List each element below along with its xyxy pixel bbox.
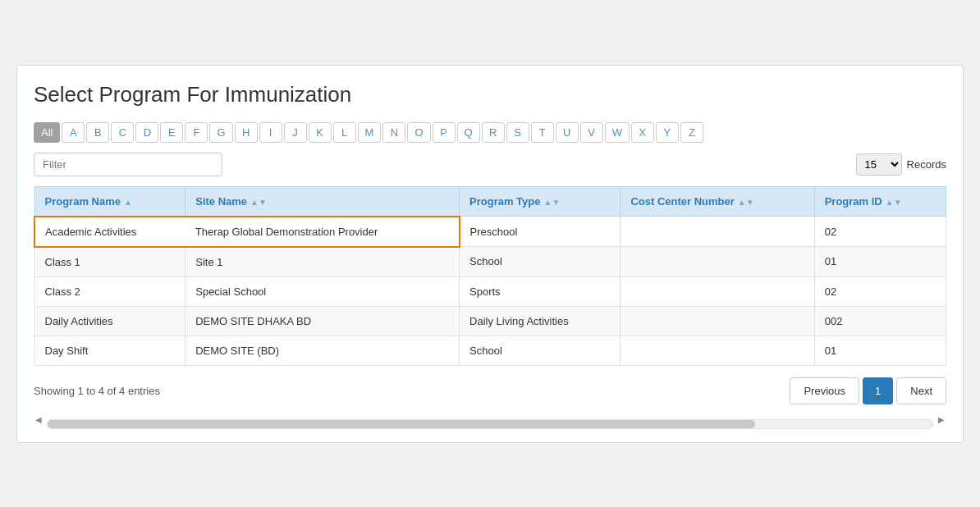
cell-cost_center_number-3 bbox=[621, 306, 814, 336]
cell-program_type-3: Daily Living Activities bbox=[460, 306, 621, 336]
header-program_name[interactable]: Program Name▲ bbox=[34, 186, 185, 217]
cell-program_type-0: Preschool bbox=[460, 217, 621, 247]
table-row[interactable]: Class 1Site 1School01 bbox=[34, 247, 946, 277]
alpha-btn-i[interactable]: I bbox=[259, 122, 282, 143]
cell-program_name-2: Class 2 bbox=[34, 276, 185, 306]
pagination: Previous 1 Next bbox=[790, 377, 946, 404]
cell-program_id-4: 01 bbox=[814, 336, 946, 365]
alpha-btn-u[interactable]: U bbox=[556, 122, 579, 143]
alpha-btn-m[interactable]: M bbox=[358, 122, 382, 143]
cell-program_name-1: Class 1 bbox=[34, 247, 185, 277]
alpha-btn-v[interactable]: V bbox=[580, 122, 603, 143]
cell-program_id-0: 02 bbox=[814, 217, 946, 247]
programs-table: Program Name▲Site Name▲▼Program Type▲▼Co… bbox=[34, 186, 946, 366]
header-cost_center_number[interactable]: Cost Center Number▲▼ bbox=[621, 186, 814, 217]
table-header: Program Name▲Site Name▲▼Program Type▲▼Co… bbox=[34, 186, 946, 217]
alpha-btn-h[interactable]: H bbox=[235, 122, 258, 143]
cell-program_id-1: 01 bbox=[814, 247, 946, 277]
alpha-btn-q[interactable]: Q bbox=[457, 122, 480, 143]
sort-both-icon: ▲▼ bbox=[738, 198, 754, 207]
alpha-btn-e[interactable]: E bbox=[160, 122, 183, 143]
alpha-btn-g[interactable]: G bbox=[209, 122, 232, 143]
alpha-btn-t[interactable]: T bbox=[531, 122, 554, 143]
cell-cost_center_number-4 bbox=[621, 336, 814, 365]
alphabet-bar: AllABCDEFGHIJKLMNOPQRSTUVWXYZ bbox=[34, 122, 946, 143]
sort-asc-icon: ▲ bbox=[124, 198, 132, 207]
alpha-btn-l[interactable]: L bbox=[333, 122, 356, 143]
cell-cost_center_number-0 bbox=[621, 217, 814, 247]
cell-site_name-2: Special School bbox=[185, 276, 460, 306]
cell-program_id-2: 02 bbox=[814, 276, 946, 306]
cell-program_id-3: 002 bbox=[814, 306, 946, 336]
cell-site_name-3: DEMO SITE DHAKA BD bbox=[185, 306, 460, 336]
cell-site_name-1: Site 1 bbox=[185, 247, 460, 277]
header-program_id[interactable]: Program ID▲▼ bbox=[814, 186, 946, 217]
alpha-btn-j[interactable]: J bbox=[284, 122, 307, 143]
cell-program_type-1: School bbox=[460, 247, 621, 277]
toolbar: 510152550100 Records bbox=[34, 153, 946, 176]
main-container: Select Program For Immunization AllABCDE… bbox=[16, 65, 964, 443]
table-row[interactable]: Day ShiftDEMO SITE (BD)School01 bbox=[34, 336, 946, 365]
showing-text: Showing 1 to 4 of 4 entries bbox=[34, 385, 160, 397]
previous-button[interactable]: Previous bbox=[790, 377, 859, 404]
cell-site_name-4: DEMO SITE (BD) bbox=[185, 336, 460, 365]
alpha-btn-a[interactable]: A bbox=[62, 122, 85, 143]
alpha-btn-b[interactable]: B bbox=[86, 122, 109, 143]
alpha-btn-s[interactable]: S bbox=[506, 122, 529, 143]
header-site_name[interactable]: Site Name▲▼ bbox=[185, 186, 460, 217]
scroll-right-arrow[interactable]: ▶ bbox=[936, 415, 946, 424]
scrollbar-thumb bbox=[48, 420, 755, 428]
cell-cost_center_number-1 bbox=[621, 247, 814, 277]
cell-program_name-0: Academic Activities bbox=[34, 217, 185, 247]
alpha-btn-f[interactable]: F bbox=[185, 122, 208, 143]
alpha-btn-k[interactable]: K bbox=[309, 122, 332, 143]
table-row[interactable]: Class 2Special SchoolSports02 bbox=[34, 276, 946, 306]
cell-program_type-4: School bbox=[460, 336, 621, 365]
cell-cost_center_number-2 bbox=[621, 276, 814, 306]
alpha-btn-c[interactable]: C bbox=[111, 122, 134, 143]
page-title: Select Program For Immunization bbox=[34, 82, 946, 107]
sort-both-icon: ▲▼ bbox=[543, 198, 560, 207]
scroll-left-arrow[interactable]: ◀ bbox=[34, 415, 44, 424]
alpha-btn-p[interactable]: P bbox=[433, 122, 456, 143]
alpha-btn-w[interactable]: W bbox=[605, 122, 630, 143]
alpha-btn-x[interactable]: X bbox=[631, 122, 654, 143]
alpha-btn-d[interactable]: D bbox=[135, 122, 158, 143]
alpha-btn-y[interactable]: Y bbox=[656, 122, 679, 143]
table-body: Academic ActivitiesTherap Global Demonst… bbox=[34, 217, 946, 366]
records-control: 510152550100 Records bbox=[856, 153, 946, 176]
cell-program_type-2: Sports bbox=[460, 276, 621, 306]
alpha-btn-z[interactable]: Z bbox=[680, 122, 703, 143]
sort-both-icon: ▲▼ bbox=[250, 198, 267, 207]
alpha-btn-n[interactable]: N bbox=[382, 122, 405, 143]
table-row[interactable]: Daily ActivitiesDEMO SITE DHAKA BDDaily … bbox=[34, 306, 946, 336]
cell-program_name-3: Daily Activities bbox=[34, 306, 185, 336]
table-row[interactable]: Academic ActivitiesTherap Global Demonst… bbox=[34, 217, 946, 247]
records-per-page-select[interactable]: 510152550100 bbox=[856, 153, 902, 176]
alpha-btn-all[interactable]: All bbox=[34, 122, 60, 143]
header-program_type[interactable]: Program Type▲▼ bbox=[460, 186, 621, 217]
cell-program_name-4: Day Shift bbox=[34, 336, 185, 365]
alpha-btn-o[interactable]: O bbox=[407, 122, 430, 143]
next-button[interactable]: Next bbox=[896, 377, 946, 404]
table-footer: Showing 1 to 4 of 4 entries Previous 1 N… bbox=[34, 377, 946, 404]
records-label: Records bbox=[907, 158, 946, 171]
header-row: Program Name▲Site Name▲▼Program Type▲▼Co… bbox=[34, 186, 946, 217]
alpha-btn-r[interactable]: R bbox=[482, 122, 505, 143]
page-1-button[interactable]: 1 bbox=[863, 377, 893, 404]
horizontal-scrollbar[interactable] bbox=[47, 419, 933, 429]
filter-input[interactable] bbox=[34, 153, 222, 176]
sort-both-icon: ▲▼ bbox=[886, 198, 902, 207]
cell-site_name-0: Therap Global Demonstration Provider bbox=[185, 217, 460, 247]
